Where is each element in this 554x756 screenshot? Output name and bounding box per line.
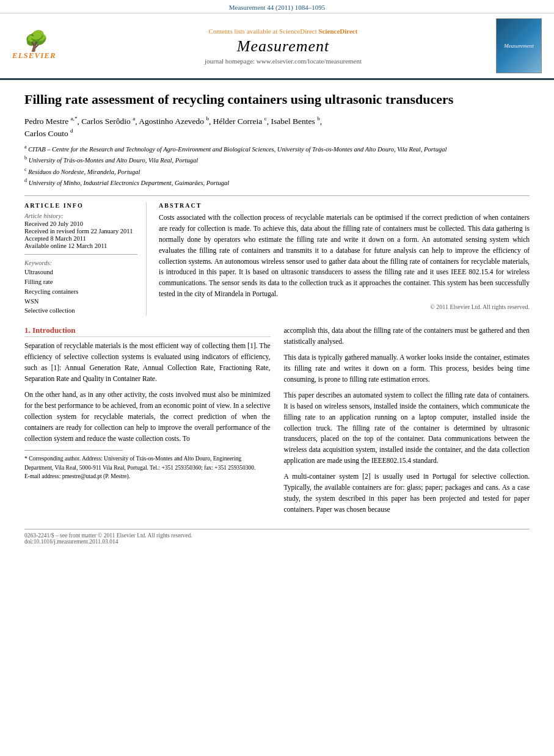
- journal-homepage: journal homepage: www.elsevier.com/locat…: [86, 57, 481, 65]
- keyword-1: Ultrasound: [24, 267, 137, 277]
- journal-cover-text: Measurement: [504, 43, 534, 49]
- footnote-divider: [24, 450, 123, 451]
- abstract-label: ABSTRACT: [159, 202, 530, 209]
- affiliations: a CITAB – Centre for the Research and Te…: [24, 144, 530, 188]
- author-helder: Hélder Correia: [213, 116, 263, 125]
- author-sup-c: c: [264, 115, 267, 122]
- sciencedirect-link: Contents lists available at ScienceDirec…: [86, 27, 481, 35]
- affil-b: b University of Trás-os-Montes and Alto …: [24, 154, 530, 165]
- main-content: Filling rate assessment of recycling con…: [0, 80, 554, 563]
- author-sup-a1: a,*: [71, 115, 78, 122]
- tree-icon: 🌳: [22, 31, 46, 51]
- body-two-col: 1. Introduction Separation of recyclable…: [24, 325, 530, 520]
- article-info-label: ARTICLE INFO: [24, 202, 137, 209]
- received-date: Received 20 July 2010: [24, 220, 137, 227]
- author-isabel: Isabel Bentes: [271, 116, 315, 125]
- divider-kw: [24, 254, 137, 255]
- keyword-3: Recycling containers: [24, 287, 137, 297]
- online-date: Available online 12 March 2011: [24, 242, 137, 249]
- elsevier-logo-area: 🌳 ELSEVIER: [12, 31, 86, 60]
- journal-header: 🌳 ELSEVIER Contents lists available at S…: [0, 13, 554, 80]
- sciencedirect-brand: ScienceDirect: [318, 27, 357, 35]
- affil-a: a CITAB – Centre for the Research and Te…: [24, 144, 530, 154]
- citation-bar: Measurement 44 (2011) 1084–1095: [0, 0, 554, 13]
- bottom-bar: 0263-2241/$ – see front matter © 2011 El…: [24, 529, 530, 545]
- abstract-col: ABSTRACT Costs associated with the colle…: [159, 202, 530, 316]
- authors-line: Pedro Mestre a,*, Carlos Serôdio a, Agos…: [24, 115, 530, 140]
- author-carlos: Carlos Serôdio: [81, 116, 131, 125]
- author-pedro: Pedro Mestre: [24, 116, 68, 125]
- keyword-4: WSN: [24, 297, 137, 307]
- citation-text: Measurement 44 (2011) 1084–1095: [229, 4, 326, 11]
- footnote-corresponding: * Corresponding author. Address: Univers…: [24, 454, 271, 472]
- body-right-col: accomplish this, data about the filling …: [284, 325, 530, 520]
- right-para1: accomplish this, data about the filling …: [284, 325, 530, 347]
- doi-text: doi:10.1016/j.measurement.2011.03.014: [24, 539, 118, 545]
- intro-para2: On the other hand, as in any other activ…: [24, 390, 271, 445]
- revised-date: Received in revised form 22 January 2011: [24, 228, 137, 234]
- copyright-line: © 2011 Elsevier Ltd. All rights reserved…: [159, 303, 530, 310]
- right-para3: This paper describes an automated system…: [284, 390, 530, 467]
- history-label: Article history:: [24, 213, 137, 219]
- author-sup-b1: b: [206, 115, 210, 122]
- intro-para1: Separation of recyclable materials is th…: [24, 341, 271, 385]
- journal-cover-area: Measurement: [481, 18, 542, 73]
- journal-cover: Measurement: [496, 18, 542, 73]
- author-couto: Carlos Couto: [24, 129, 68, 138]
- body-left-col: 1. Introduction Separation of recyclable…: [24, 325, 271, 520]
- author-sup-d: d: [70, 128, 73, 134]
- issn-text: 0263-2241/$ – see front matter © 2011 El…: [24, 532, 192, 539]
- divider-1: [24, 195, 530, 196]
- affil-c: c Resíduos do Nordeste, Mirandela, Portu…: [24, 166, 530, 177]
- keyword-5: Selective collection: [24, 306, 137, 316]
- journal-title: Measurement: [86, 37, 481, 56]
- keywords-label: Keywords:: [24, 260, 137, 266]
- right-para4: A multi-container system [2] is usually …: [284, 471, 530, 515]
- right-para2: This data is typically gathered manually…: [284, 352, 530, 385]
- keyword-2: Filling rate: [24, 277, 137, 287]
- article-info-col: ARTICLE INFO Article history: Received 2…: [24, 202, 147, 316]
- article-meta-section: ARTICLE INFO Article history: Received 2…: [24, 202, 530, 316]
- journal-title-area: Contents lists available at ScienceDirec…: [86, 27, 481, 65]
- author-sup-a2: a: [133, 115, 135, 122]
- accepted-date: Accepted 8 March 2011: [24, 235, 137, 242]
- affil-d: d University of Minho, Industrial Electr…: [24, 177, 530, 188]
- abstract-text: Costs associated with the collection pro…: [159, 213, 530, 300]
- intro-heading: 1. Introduction: [24, 325, 271, 337]
- elsevier-brand: ELSEVIER: [12, 51, 56, 60]
- footnote-email: E-mail address: pmestre@utad.pt (P. Mest…: [24, 472, 271, 481]
- elsevier-logo: 🌳 ELSEVIER: [12, 31, 56, 60]
- author-sup-b2: b: [317, 115, 320, 122]
- author-agostinho: Agostinho Azevedo: [139, 116, 204, 125]
- paper-title: Filling rate assessment of recycling con…: [24, 91, 530, 109]
- body-content: 1. Introduction Separation of recyclable…: [24, 325, 530, 520]
